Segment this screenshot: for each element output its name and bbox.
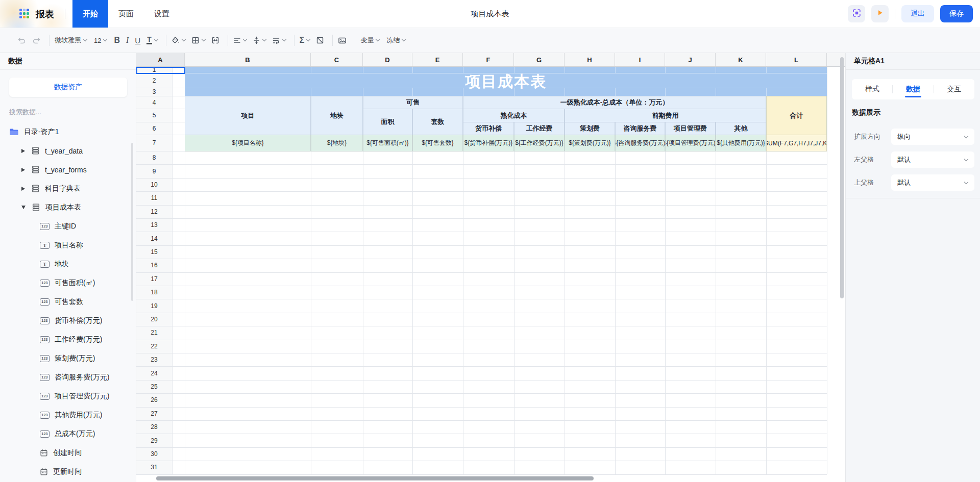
spreadsheet-canvas[interactable]: ABCDEFGHIJKL1234567891011121314151617181… [136,53,845,482]
font-color-icon[interactable]: T [146,36,158,44]
tree-field-item[interactable]: 123其他费用(万元) [0,405,136,424]
font-family-select[interactable]: 微软雅黑 [55,36,87,45]
tab-start[interactable]: 开始 [72,0,108,28]
align-vertical-icon[interactable] [253,36,266,44]
row-header-29[interactable]: 29 [136,434,172,447]
tree-table-item[interactable]: 科目字典表 [0,179,136,198]
cell-F5[interactable]: 熟化成本 [463,109,565,122]
cell-I6[interactable]: 咨询服务费 [615,122,665,135]
column-header-I[interactable]: I [615,53,665,67]
tree-field-item[interactable]: 123总成本(万元) [0,424,136,443]
row-header-8[interactable]: 8 [136,151,172,164]
top-parent-select[interactable]: 默认 [891,174,974,191]
column-header-F[interactable]: F [463,53,514,67]
cell-B4[interactable]: 项目 [185,96,311,135]
tree-field-item[interactable]: 更新时间 [0,462,136,481]
redo-icon[interactable] [32,37,41,44]
tab-settings[interactable]: 设置 [144,0,180,28]
expand-arrow-icon[interactable] [21,168,25,172]
row-header-14[interactable]: 14 [136,232,172,245]
tree-field-item[interactable]: 123可售套数 [0,292,136,311]
expand-direction-select[interactable]: 纵向 [891,129,974,145]
cell-E5[interactable]: 套数 [412,109,463,135]
tab-page[interactable]: 页面 [108,0,144,28]
row-header-20[interactable]: 20 [136,313,172,326]
cell-C7[interactable]: ${地块} [311,135,363,151]
column-header-L[interactable]: L [766,53,827,67]
column-header-H[interactable]: H [565,53,615,67]
row-header-2[interactable]: 2 [136,73,172,88]
run-preview-button[interactable] [871,5,889,22]
expand-arrow-icon[interactable] [21,149,25,153]
vertical-scrollbar-thumb[interactable] [840,57,844,298]
cell-B7[interactable]: ${项目名称} [185,135,311,151]
cell-H7[interactable]: ${策划费(万元)} [565,135,615,151]
diagonal-line-icon[interactable] [316,36,324,44]
column-header-C[interactable]: C [311,53,363,67]
column-header-A[interactable]: A [136,53,185,67]
freeze-menu[interactable]: 冻结 [386,36,405,45]
row-header-1[interactable]: 1 [136,67,172,73]
row-header-31[interactable]: 31 [136,461,172,474]
row-header-3[interactable]: 3 [136,88,172,96]
column-header-E[interactable]: E [412,53,463,67]
column-header-G[interactable]: G [514,53,565,67]
row-header-25[interactable]: 25 [136,380,172,393]
fullscreen-preview-button[interactable] [848,5,865,22]
tree-field-item[interactable]: 123可售面积(㎡) [0,273,136,292]
tree-table-item[interactable]: 项目成本表 [0,198,136,217]
cell-D4[interactable]: 可售 [363,96,463,109]
tab-style[interactable]: 样式 [852,79,892,99]
tree-field-item[interactable]: T项目名称 [0,236,136,255]
tree-table-item[interactable]: t_year_data [0,141,136,160]
cell-B1[interactable]: 项目成本表 [185,67,827,96]
tab-data[interactable]: 数据 [893,79,933,99]
column-header-B[interactable]: B [185,53,311,67]
align-horizontal-icon[interactable] [233,37,247,44]
column-header-D[interactable]: D [363,53,412,67]
collapse-arrow-icon[interactable] [21,206,26,209]
cell-F7[interactable]: ${货币补偿(万元)} [463,135,514,151]
cell-K6[interactable]: 其他 [716,122,766,135]
left-parent-select[interactable]: 默认 [891,151,974,168]
row-header-16[interactable]: 16 [136,259,172,272]
tree-field-item[interactable]: 123咨询服务费(万元) [0,368,136,387]
cell-K7[interactable]: ${其他费用(万元)} [716,135,766,151]
underline-icon[interactable]: U [135,36,140,45]
row-header-10[interactable]: 10 [136,178,172,191]
exit-button[interactable]: 退出 [901,5,934,22]
save-button[interactable]: 保存 [940,5,973,22]
cell-G6[interactable]: 工作经费 [514,122,565,135]
cell-D5[interactable]: 面积 [363,109,412,135]
column-header-J[interactable]: J [665,53,716,67]
app-logo-icon[interactable] [19,9,31,20]
sum-icon[interactable]: Σ [300,36,310,45]
row-header-22[interactable]: 22 [136,340,172,353]
row-header-7[interactable]: 7 [136,135,172,151]
cell-E7[interactable]: ${可售套数} [412,135,463,151]
row-header-4[interactable]: 4 [136,96,172,109]
cell-G7[interactable]: ${工作经费(万元)} [514,135,565,151]
cell-J6[interactable]: 项目管理费 [665,122,716,135]
image-icon[interactable] [338,37,347,44]
merge-cells-icon[interactable] [211,36,219,44]
column-header-K[interactable]: K [716,53,766,67]
variable-menu[interactable]: 变量 [360,36,379,45]
horizontal-scrollbar-thumb[interactable] [156,476,594,480]
row-header-21[interactable]: 21 [136,326,172,339]
row-header-6[interactable]: 6 [136,122,172,135]
row-header-11[interactable]: 11 [136,191,172,205]
borders-icon[interactable] [191,36,205,44]
text-wrap-icon[interactable] [272,37,286,44]
bold-icon[interactable]: B [114,36,120,45]
row-header-18[interactable]: 18 [136,286,172,299]
row-header-17[interactable]: 17 [136,272,172,286]
row-header-23[interactable]: 23 [136,353,172,366]
cell-D7[interactable]: ${可售面积(㎡)} [363,135,412,151]
row-header-24[interactable]: 24 [136,366,172,379]
cell-F6[interactable]: 货币补偿 [463,122,514,135]
tree-field-item[interactable]: 123项目管理费(万元) [0,387,136,405]
tab-interaction[interactable]: 交互 [934,79,974,99]
italic-icon[interactable]: I [126,36,129,45]
row-header-13[interactable]: 13 [136,218,172,232]
